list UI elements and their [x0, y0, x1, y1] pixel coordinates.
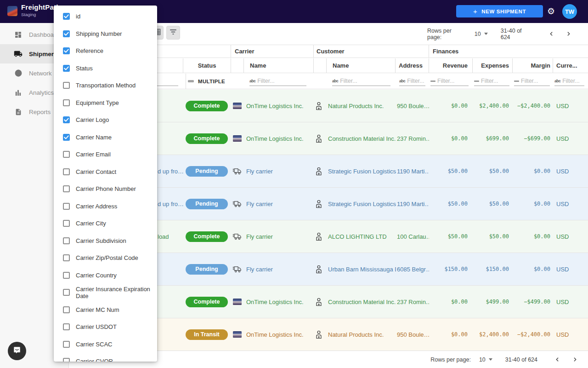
checkbox-unchecked-icon[interactable]: [63, 185, 70, 192]
customer-address-cell: 6085 Belgr…: [397, 253, 429, 285]
column-menu-item[interactable]: Carrier Address: [54, 198, 157, 215]
previous-page-button[interactable]: [546, 28, 557, 40]
currency-filter-input[interactable]: [562, 78, 584, 84]
carrier-name-filter[interactable]: abc: [249, 74, 306, 89]
carrier-logo-thumbnail: [233, 331, 242, 338]
column-menu-item[interactable]: Reference: [54, 42, 157, 60]
expenses-filter[interactable]: [474, 74, 509, 89]
column-menu-item[interactable]: Carrier Contact: [54, 163, 157, 181]
column-header-currency[interactable]: Curre...: [553, 58, 588, 73]
checkbox-checked-icon[interactable]: [63, 116, 70, 123]
next-page-button[interactable]: [563, 28, 574, 40]
user-avatar[interactable]: TW: [562, 4, 577, 19]
column-menu-item[interactable]: Carrier Subdivision: [54, 232, 157, 250]
next-page-button[interactable]: [569, 354, 581, 366]
numeric-filter-icon: [474, 80, 479, 82]
column-menu-item[interactable]: Carrier SCAC: [54, 336, 157, 353]
carrier-name-cell: Fly carrier: [246, 155, 315, 187]
revenue-filter[interactable]: [430, 74, 469, 89]
column-header-revenue[interactable]: Revenue: [429, 58, 472, 73]
expenses-cell: $499.00: [472, 286, 512, 318]
status-filter[interactable]: MULTIPLE: [186, 74, 231, 89]
new-shipment-button[interactable]: + NEW SHIPMENT: [456, 5, 543, 17]
settings-gear-icon[interactable]: ⚙: [547, 6, 555, 16]
column-header-customer-name[interactable]: Name: [326, 58, 395, 73]
currency-filter[interactable]: abc: [554, 74, 584, 89]
margin-cell: $0.00: [512, 155, 553, 187]
column-menu-item[interactable]: Transportation Method: [54, 77, 157, 94]
column-menu-item[interactable]: id: [54, 8, 157, 25]
checkbox-unchecked-icon[interactable]: [63, 151, 70, 158]
checkbox-unchecked-icon[interactable]: [63, 82, 70, 89]
column-menu-item[interactable]: Carrier Country: [54, 267, 157, 284]
currency-cell: USD: [555, 220, 582, 253]
currency-cell: USD: [555, 155, 582, 187]
truck-icon: [232, 233, 242, 241]
checkbox-unchecked-icon[interactable]: [63, 254, 70, 261]
carrier-name-filter-input[interactable]: [257, 78, 306, 84]
currency-cell: USD: [555, 318, 582, 351]
filter-list-icon: [169, 29, 177, 37]
checkbox-checked-icon[interactable]: [63, 47, 70, 54]
address-filter[interactable]: abc: [399, 74, 425, 89]
expenses-filter-input[interactable]: [481, 78, 509, 84]
revenue-filter-input[interactable]: [437, 78, 469, 84]
column-menu-item[interactable]: Status: [54, 60, 157, 77]
truck-icon: [232, 167, 242, 175]
checkbox-checked-icon[interactable]: [63, 134, 70, 141]
column-menu-item[interactable]: Carrier CVOR: [54, 353, 157, 362]
column-header-expenses[interactable]: Expenses: [472, 58, 512, 73]
carrier-name-cell: Fly carrier: [246, 253, 315, 285]
column-menu-item[interactable]: Carrier City: [54, 215, 157, 232]
rows-per-page-select[interactable]: 10: [479, 356, 492, 363]
checkbox-unchecked-icon[interactable]: [63, 272, 70, 279]
carrier-logo-thumbnail: [233, 299, 242, 305]
checkbox-unchecked-icon[interactable]: [63, 323, 70, 330]
checkbox-unchecked-icon[interactable]: [63, 220, 70, 227]
checkbox-checked-icon[interactable]: [63, 30, 70, 37]
carrier-icon-cell: [231, 122, 243, 155]
column-menu-item[interactable]: Carrier Email: [54, 146, 157, 163]
checkbox-unchecked-icon[interactable]: [63, 358, 70, 362]
address-filter-input[interactable]: [407, 78, 425, 84]
checkbox-unchecked-icon[interactable]: [63, 168, 70, 175]
checkbox-unchecked-icon[interactable]: [63, 237, 70, 244]
checkbox-checked-icon[interactable]: [63, 65, 70, 72]
column-menu-item[interactable]: Shipping Number: [54, 25, 157, 43]
checkbox-unchecked-icon[interactable]: [63, 289, 70, 296]
currency-cell: USD: [555, 253, 582, 285]
text-filter-icon: abc: [249, 79, 255, 83]
margin-cell: $0.00: [512, 220, 553, 253]
bar-chart-icon: [14, 88, 23, 97]
column-menu-item[interactable]: Carrier USDOT: [54, 318, 157, 336]
column-header-carrier-name[interactable]: Name: [243, 58, 313, 73]
checkbox-unchecked-icon[interactable]: [63, 341, 70, 348]
column-menu-item[interactable]: Carrier Zip/Postal Code: [54, 249, 157, 267]
checkbox-unchecked-icon[interactable]: [63, 306, 70, 313]
filter-button[interactable]: [166, 26, 180, 40]
margin-filter[interactable]: [514, 74, 550, 89]
customer-name-filter[interactable]: abc: [332, 74, 390, 89]
revenue-cell: $0.00: [429, 286, 472, 318]
reference-cell: d up fro…: [155, 188, 184, 220]
column-menu-item[interactable]: Carrier Insurance Expiration Date: [54, 284, 157, 301]
status-badge: Complete: [186, 297, 228, 307]
chat-launcher-button[interactable]: [8, 342, 26, 360]
column-menu-item[interactable]: Carrier Phone Number: [54, 180, 157, 198]
column-menu-item[interactable]: Equipment Type: [54, 94, 157, 112]
previous-page-button[interactable]: [551, 354, 563, 366]
checkbox-checked-icon[interactable]: [63, 13, 70, 20]
rows-per-page-select[interactable]: 10: [475, 31, 488, 37]
column-menu-item[interactable]: Carrier Logo: [54, 111, 157, 129]
customer-name-filter-input[interactable]: [340, 78, 390, 84]
app-logo-icon: [7, 6, 17, 16]
column-menu-item[interactable]: Carrier Name: [54, 129, 157, 146]
margin-filter-input[interactable]: [521, 78, 550, 84]
column-header-margin[interactable]: Margin: [512, 58, 553, 73]
checkbox-unchecked-icon[interactable]: [63, 99, 70, 106]
numeric-filter-icon: [430, 80, 435, 82]
column-header-address[interactable]: Address: [395, 58, 429, 73]
column-header-status[interactable]: Status: [183, 58, 231, 73]
checkbox-unchecked-icon[interactable]: [63, 203, 70, 210]
column-menu-item[interactable]: Carrier MC Num: [54, 301, 157, 319]
